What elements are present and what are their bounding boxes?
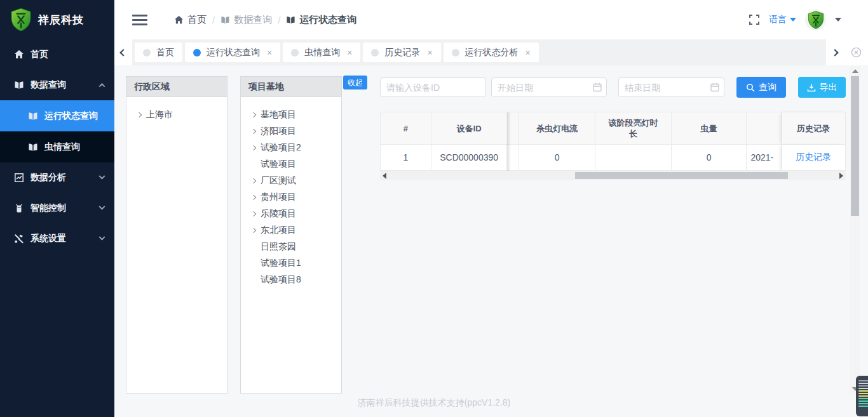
search-button[interactable]: 查询 <box>736 77 786 98</box>
tree-item[interactable]: 东北项目 <box>250 222 339 239</box>
sidebar-item-label: 虫情查询 <box>44 142 80 153</box>
sidebar-item-label: 数据查询 <box>31 79 66 91</box>
tab-insect-query[interactable]: 虫情查询 × <box>283 43 360 62</box>
tree-item[interactable]: 基地项目 <box>250 107 339 123</box>
scroll-right-arrow-icon[interactable] <box>837 171 846 180</box>
tree-item[interactable]: 试验项目 <box>250 156 339 173</box>
close-icon[interactable]: × <box>347 48 352 57</box>
chevron-right-icon[interactable] <box>250 113 257 117</box>
export-icon <box>807 83 816 92</box>
tab-dot-icon <box>291 49 299 56</box>
tab-running-status-query[interactable]: 运行状态查询 × <box>185 43 280 62</box>
fullscreen-icon[interactable] <box>749 14 760 25</box>
home-icon <box>174 15 184 25</box>
scroll-left-arrow-icon[interactable] <box>380 171 389 180</box>
cell-index: 1 <box>381 145 431 171</box>
sidebar-item-label: 数据分析 <box>31 172 66 183</box>
topbar: 首页 / 数据查询 / 运行状态查询 语言 <box>114 0 868 39</box>
sidebar-item-label: 智能控制 <box>31 202 66 214</box>
table-horizontal-scrollbar[interactable] <box>380 171 846 180</box>
horizontal-scroll-thumb[interactable] <box>575 172 788 179</box>
region-panel: 行政区域 上海市 <box>126 76 227 394</box>
tabs-scroll-left-button[interactable] <box>114 39 132 65</box>
cell-light-duration <box>595 145 672 171</box>
avatar[interactable] <box>805 10 826 30</box>
device-id-field-wrap <box>380 77 486 97</box>
breadcrumb-separator: / <box>278 15 280 25</box>
col-header-device-id: 设备ID <box>431 112 508 145</box>
sidebar-item-label: 系统设置 <box>31 233 66 244</box>
caret-down-icon[interactable] <box>835 18 841 22</box>
chevron-down-icon <box>99 203 105 209</box>
region-tree: 上海市 <box>126 97 227 123</box>
hamburger-menu-icon[interactable] <box>132 15 147 25</box>
col-header-lamp-current: 杀虫灯电流 <box>519 112 595 145</box>
chevron-right-icon[interactable] <box>250 212 257 216</box>
sidebar-item-system-settings[interactable]: 系统设置 <box>0 223 114 254</box>
brand-name: 祥辰科技 <box>38 13 84 27</box>
tab-running-status-analysis[interactable]: 运行状态分析 × <box>444 43 539 62</box>
brand: 祥辰科技 <box>0 0 114 39</box>
book-icon <box>28 111 38 121</box>
end-date-input[interactable] <box>618 77 724 97</box>
tree-item[interactable]: 济阳项目 <box>250 123 339 140</box>
chevron-down-icon <box>99 173 105 179</box>
end-date-field-wrap <box>618 77 724 97</box>
chevron-right-icon[interactable] <box>250 179 257 183</box>
tab-dot-icon <box>371 49 379 56</box>
start-date-field-wrap <box>491 77 607 97</box>
tree-item[interactable]: 试验项目1 <box>250 255 339 272</box>
close-icon[interactable]: × <box>267 48 272 57</box>
breadcrumb-data-query[interactable]: 数据查询 <box>220 14 272 26</box>
export-button[interactable]: 导出 <box>798 77 846 98</box>
close-icon[interactable]: × <box>427 48 432 57</box>
sidebar-item-smart-control[interactable]: 智能控制 <box>0 193 114 223</box>
vertical-scrollbar[interactable] <box>850 66 860 394</box>
tree-item[interactable]: 乐陵项目 <box>250 206 339 222</box>
close-icon[interactable]: × <box>526 48 531 57</box>
sidebar-item-data-query[interactable]: 数据查询 <box>0 70 114 100</box>
breadcrumb-running-status: 运行状态查询 <box>286 14 356 26</box>
tab-home[interactable]: 首页 <box>135 43 182 62</box>
tree-item[interactable]: 试验项目2 <box>250 140 339 156</box>
avatar-shield-icon <box>808 11 824 29</box>
table-row: 1 SCD00000390 0 0 2021- 历史记录 <box>381 145 845 171</box>
cell-device-id: SCD00000390 <box>431 145 508 171</box>
footer-text: 济南祥辰科技提供技术支持(ppcV1.2.8) <box>0 397 868 409</box>
cell-partial <box>507 145 519 171</box>
tree-item-shanghai[interactable]: 上海市 <box>135 107 224 123</box>
chart-icon <box>14 173 24 183</box>
tab-dot-icon <box>193 49 201 56</box>
chevron-right-icon[interactable] <box>250 228 257 232</box>
close-all-tabs-button[interactable] <box>844 39 868 65</box>
region-panel-title: 行政区域 <box>126 77 227 97</box>
corner-widget[interactable] <box>856 376 868 416</box>
history-link[interactable]: 历史记录 <box>796 152 831 163</box>
sidebar-item-home[interactable]: 首页 <box>0 39 114 70</box>
chevron-right-icon[interactable] <box>250 129 257 133</box>
breadcrumb-home[interactable]: 首页 <box>174 14 207 26</box>
book-icon <box>28 142 38 152</box>
language-switcher[interactable]: 语言 <box>769 14 796 25</box>
tab-history[interactable]: 历史记录 × <box>363 43 440 62</box>
sidebar-item-data-analysis[interactable]: 数据分析 <box>0 162 114 193</box>
device-id-input[interactable] <box>380 77 486 97</box>
sidebar-item-running-status-query[interactable]: 运行状态查询 <box>0 100 114 131</box>
results-table: # 设备ID 杀虫灯电流 该阶段亮灯时长 虫量 历史记录 1 SCD000003… <box>380 112 846 171</box>
chevron-right-icon[interactable] <box>250 195 257 199</box>
chevron-right-icon[interactable] <box>250 146 257 150</box>
collapse-panel-button[interactable]: 收起 <box>343 76 367 89</box>
tree-item[interactable]: 日照茶园 <box>250 239 339 255</box>
tree-item[interactable]: 贵州项目 <box>250 189 339 206</box>
vertical-scroll-thumb[interactable] <box>851 76 859 216</box>
scroll-up-arrow-icon[interactable] <box>850 66 860 76</box>
tree-item[interactable]: 厂区测试 <box>250 173 339 189</box>
language-label: 语言 <box>769 14 787 25</box>
sidebar-item-insect-query[interactable]: 虫情查询 <box>0 131 114 162</box>
cell-lamp-current: 0 <box>519 145 595 171</box>
chevron-right-icon[interactable] <box>135 113 143 117</box>
tabs-scroll-right-button[interactable] <box>826 39 844 65</box>
col-header-partial <box>507 112 519 145</box>
tree-item[interactable]: 试验项目8 <box>250 272 339 288</box>
start-date-input[interactable] <box>491 77 607 97</box>
